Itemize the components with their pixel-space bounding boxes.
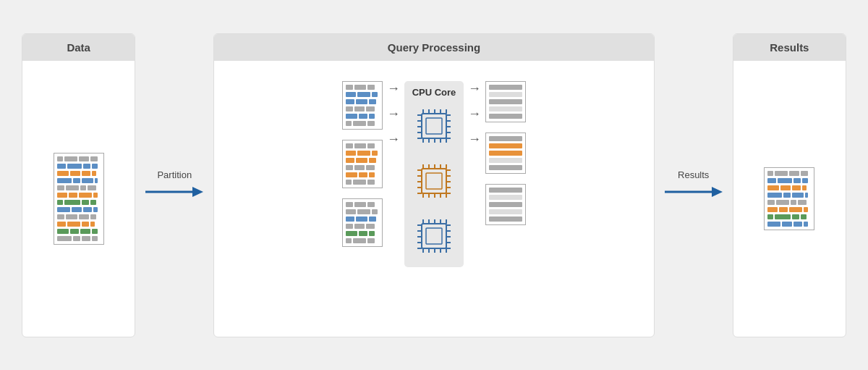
partition-arrow-container: Partition: [135, 169, 213, 201]
svg-rect-66: [422, 224, 446, 248]
cpu-chip-3: [412, 214, 456, 258]
query-inner-layout: → → → CPU Core: [217, 67, 650, 331]
mini-arrow-4: →: [468, 81, 481, 96]
final-result-table-icon: [764, 167, 814, 230]
diagram-container: Data Partition: [22, 15, 846, 356]
results-arrow-icon: [665, 183, 723, 201]
svg-rect-44: [422, 169, 446, 193]
partition-table-2: [342, 140, 383, 188]
svg-rect-45: [426, 173, 442, 189]
partition-arrow-icon: [145, 183, 203, 201]
cpu-core-subpanel: CPU Core: [404, 81, 464, 267]
cpu-chips-col: [412, 104, 456, 258]
result-tables-col: [485, 81, 526, 225]
data-table-icon: [54, 153, 104, 245]
result-table-1: [485, 81, 526, 122]
data-panel-body: [22, 61, 135, 337]
partition-tables-col: [342, 81, 383, 247]
arrows-col-1: → → →: [383, 81, 404, 147]
svg-marker-69: [712, 187, 723, 197]
cpu-chip-1: [412, 104, 456, 148]
partition-table-3: [342, 198, 383, 247]
results-panel-header: Results: [733, 34, 846, 61]
result-table-2: [485, 133, 526, 174]
arrows-col-2: → → →: [464, 81, 485, 147]
svg-rect-23: [426, 118, 442, 134]
data-panel: Data: [22, 33, 135, 337]
query-panel: Query Processing: [213, 33, 654, 337]
cpu-core-label: CPU Core: [412, 87, 456, 98]
results-label: Results: [678, 169, 709, 180]
query-panel-header: Query Processing: [214, 34, 653, 61]
svg-rect-22: [422, 114, 446, 138]
results-arrow-container: Results: [655, 169, 733, 201]
cpu-chip-2: [412, 159, 456, 203]
mini-arrow-6: →: [468, 132, 481, 147]
mini-arrow-2: →: [387, 106, 400, 122]
results-panel: Results: [733, 33, 846, 337]
results-panel-body: [733, 61, 846, 337]
svg-rect-67: [426, 228, 442, 244]
mini-arrow-5: →: [468, 106, 481, 122]
result-table-3: [485, 184, 526, 225]
query-panel-body: → → → CPU Core: [214, 61, 653, 337]
partition-label: Partition: [157, 169, 192, 180]
mini-arrow-1: →: [387, 81, 400, 96]
mini-arrow-3: →: [387, 132, 400, 147]
partition-table-1: [342, 81, 383, 130]
svg-marker-1: [192, 187, 203, 197]
data-panel-header: Data: [22, 34, 135, 61]
